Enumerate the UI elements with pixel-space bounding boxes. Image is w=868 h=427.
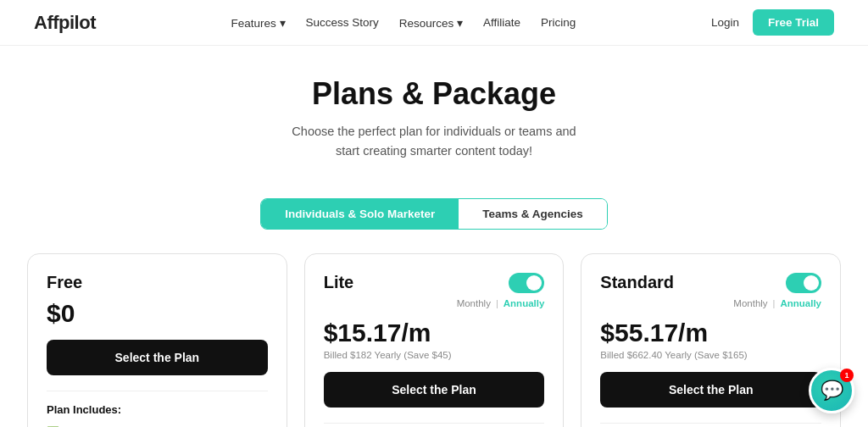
plan-card-0: Free$0Select the PlanPlan Includes:✅2 In…	[27, 253, 287, 427]
plan-divider-2	[600, 423, 821, 424]
tab-0[interactable]: Individuals & Solo Marketer	[261, 199, 459, 229]
billing-monthly-2[interactable]: Monthly	[733, 298, 767, 308]
plan-billing-note-1: Billed $182 Yearly (Save $45)	[324, 350, 545, 360]
tabs-container: Individuals & Solo MarketerTeams & Agenc…	[260, 198, 608, 230]
plan-price-row-1: $15.17/m	[324, 319, 545, 347]
nav-actions: Login Free Trial	[711, 9, 834, 36]
hero-subtitle: Choose the perfect plan for individuals …	[17, 122, 851, 161]
plan-header-0: Free	[47, 273, 268, 292]
plan-header-1: LiteMonthly|Annually	[324, 273, 545, 312]
billing-monthly-1[interactable]: Monthly	[457, 298, 491, 308]
chat-icon: 💬	[821, 380, 843, 402]
billing-annually-2[interactable]: Annually	[780, 298, 821, 308]
chat-bubble[interactable]: 💬 1	[809, 368, 854, 413]
billing-sep-1: |	[496, 298, 498, 308]
plan-price-row-0: $0	[47, 299, 268, 328]
plan-divider-0	[47, 391, 268, 391]
billing-options-2: Monthly|Annually	[733, 298, 821, 308]
plan-price-1: $15.17/m	[324, 319, 431, 347]
hero-title: Plans & Package	[17, 76, 851, 112]
plan-card-2: StandardMonthly|Annually$55.17/mBilled $…	[581, 253, 841, 427]
plan-divider-1	[324, 423, 545, 424]
plan-billing-note-2: Billed $662.40 Yearly (Save $165)	[600, 350, 821, 360]
chat-badge: 1	[840, 369, 854, 382]
logo[interactable]: Affpilot	[34, 12, 96, 34]
plan-header-2: StandardMonthly|Annually	[600, 273, 821, 312]
nav-link-affiliate[interactable]: Affiliate	[483, 16, 520, 29]
nav-link-pricing[interactable]: Pricing	[541, 16, 576, 29]
plans-grid: Free$0Select the PlanPlan Includes:✅2 In…	[0, 253, 868, 427]
plan-card-1: LiteMonthly|Annually$15.17/mBilled $182 …	[304, 253, 565, 427]
login-button[interactable]: Login	[711, 16, 739, 29]
select-plan-button-1[interactable]: Select the Plan	[324, 372, 545, 408]
nav-link-features[interactable]: Features ▾	[231, 16, 285, 30]
hero-section: Plans & Package Choose the perfect plan …	[0, 46, 868, 178]
plan-tabs: Individuals & Solo MarketerTeams & Agenc…	[0, 198, 868, 230]
logo-text: Affpilot	[34, 12, 96, 33]
plan-toggle-2[interactable]	[786, 273, 821, 293]
plan-name-2: Standard	[600, 273, 674, 292]
plan-price-row-2: $55.17/m	[600, 319, 821, 347]
free-trial-button[interactable]: Free Trial	[753, 9, 834, 36]
plan-toggle-1[interactable]	[509, 273, 544, 293]
billing-annually-1[interactable]: Annually	[504, 298, 545, 308]
nav-links: Features ▾Success StoryResources ▾Affili…	[231, 16, 576, 30]
tab-1[interactable]: Teams & Agencies	[459, 199, 607, 229]
plan-name-0: Free	[47, 273, 82, 292]
plan-price-2: $55.17/m	[600, 319, 708, 347]
nav-link-success-story[interactable]: Success Story	[306, 16, 379, 29]
nav-link-resources[interactable]: Resources ▾	[399, 16, 463, 30]
plan-includes-title-0: Plan Includes:	[47, 403, 268, 416]
plan-price-0: $0	[47, 299, 75, 328]
navbar: Affpilot Features ▾Success StoryResource…	[0, 0, 868, 46]
select-plan-button-2[interactable]: Select the Plan	[600, 372, 821, 408]
billing-sep-2: |	[773, 298, 776, 308]
plan-name-1: Lite	[324, 273, 354, 292]
billing-options-1: Monthly|Annually	[457, 298, 545, 308]
select-plan-button-0[interactable]: Select the Plan	[47, 340, 268, 375]
